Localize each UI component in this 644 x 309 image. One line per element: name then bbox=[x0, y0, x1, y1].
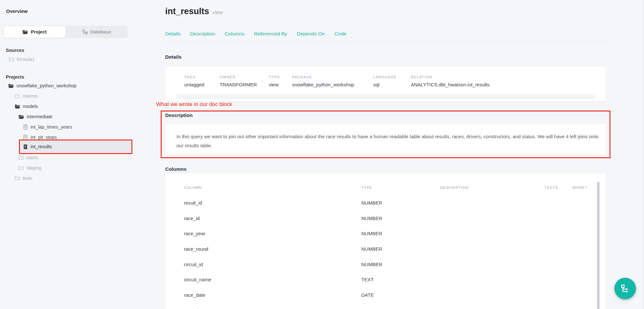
project-toggle-label: Project bbox=[31, 29, 47, 34]
details-card: TAGS untagged OWNER TRANSFORMER TYPE vie… bbox=[165, 66, 606, 101]
document-icon bbox=[23, 124, 28, 130]
sidebar-item-snowflake-python-workshop[interactable]: snowflake_python_workshop bbox=[8, 81, 76, 91]
column-header-type: TYPE bbox=[361, 186, 372, 189]
tab-depends-on[interactable]: Depends On bbox=[297, 31, 325, 37]
column-header-more: MORE? bbox=[573, 186, 587, 189]
description-text: In this query we want to join out other … bbox=[176, 132, 599, 150]
folder-open-icon bbox=[14, 104, 20, 109]
table-row-race-date[interactable]: race_date DATE bbox=[165, 287, 606, 303]
sidebar: Overview Project Database Sources formul… bbox=[0, 0, 138, 309]
main-content: int_resultsview Details Description Colu… bbox=[165, 0, 606, 309]
database-toggle-button[interactable]: Database bbox=[66, 26, 128, 38]
overview-title: Overview bbox=[6, 8, 28, 14]
page-title: int_resultsview bbox=[165, 6, 223, 16]
tab-bar: Details Description Columns Referenced B… bbox=[165, 31, 346, 37]
table-row-race-time[interactable]: race_time TIME bbox=[165, 303, 606, 309]
document-icon bbox=[23, 135, 28, 140]
folder-closed-icon bbox=[14, 176, 20, 180]
project-toggle-button[interactable]: Project bbox=[3, 26, 66, 38]
table-scrollbar[interactable] bbox=[597, 182, 600, 309]
sidebar-item-formula1[interactable]: formula1 bbox=[9, 54, 35, 64]
sources-section-label: Sources bbox=[6, 48, 24, 53]
tab-referenced-by[interactable]: Referenced By bbox=[254, 31, 287, 37]
column-header-tests: TESTS bbox=[545, 186, 558, 189]
window-scrollbar[interactable] bbox=[642, 0, 644, 309]
sidebar-item-macros[interactable]: macros bbox=[14, 91, 38, 101]
tab-columns[interactable]: Columns bbox=[225, 31, 244, 37]
description-card: In this query we want to join out other … bbox=[165, 124, 606, 155]
columns-card: COLUMN TYPE DESCRIPTION TESTS MORE? resu… bbox=[165, 173, 606, 309]
projects-section-label: Projects bbox=[6, 74, 24, 80]
sidebar-item-models[interactable]: models bbox=[14, 101, 38, 111]
sidebar-item-tests[interactable]: tests bbox=[14, 173, 33, 183]
model-type-badge: view bbox=[213, 10, 223, 15]
document-solid-icon bbox=[23, 144, 28, 150]
columns-heading: Columns bbox=[165, 166, 186, 172]
folder-closed-icon bbox=[18, 155, 24, 160]
table-row-result-id[interactable]: result_id NUMBER bbox=[165, 195, 606, 210]
database-toggle-label: Database bbox=[90, 29, 111, 34]
tab-code[interactable]: Code bbox=[335, 31, 346, 37]
details-heading: Details bbox=[165, 54, 182, 60]
folder-closed-icon bbox=[14, 94, 20, 98]
table-row-race-year[interactable]: race_year NUMBER bbox=[165, 226, 606, 241]
tab-description[interactable]: Description bbox=[190, 31, 215, 37]
folder-closed-icon bbox=[9, 57, 14, 62]
sidebar-item-int-results[interactable]: int_results bbox=[20, 141, 131, 152]
column-header-column: COLUMN bbox=[184, 186, 202, 189]
folder-icon bbox=[22, 30, 28, 34]
divider bbox=[165, 42, 606, 42]
description-heading: Description bbox=[165, 112, 193, 118]
columns-table-body: result_id NUMBER race_id NUMBER race_yea… bbox=[165, 195, 606, 309]
model-name: int_results bbox=[165, 6, 209, 16]
sidebar-item-staging[interactable]: staging bbox=[18, 163, 42, 173]
table-row-race-id[interactable]: race_id NUMBER bbox=[165, 210, 606, 226]
view-toggle: Project Database bbox=[3, 26, 128, 38]
annotation-label: What we wrote in our doc block bbox=[156, 101, 232, 108]
folder-open-icon bbox=[8, 83, 14, 88]
table-row-circuit-name[interactable]: circuit_name TEXT bbox=[165, 272, 606, 287]
folder-closed-icon bbox=[18, 166, 24, 170]
database-tree-icon bbox=[82, 29, 88, 34]
table-row-circuit-id[interactable]: circuit_id NUMBER bbox=[165, 256, 606, 272]
lineage-graph-icon bbox=[620, 284, 630, 294]
sidebar-item-marts[interactable]: marts bbox=[18, 152, 38, 163]
sidebar-item-int-lap-times-years[interactable]: int_lap_times_years bbox=[23, 122, 72, 132]
folder-open-icon bbox=[18, 114, 24, 119]
lineage-graph-button[interactable] bbox=[614, 278, 636, 299]
tab-details[interactable]: Details bbox=[165, 31, 180, 37]
collapsed-stats-strip bbox=[176, 94, 595, 99]
column-header-description: DESCRIPTION bbox=[440, 186, 469, 189]
sidebar-item-intermediate[interactable]: intermediate bbox=[18, 111, 52, 122]
table-row-race-round[interactable]: race_round NUMBER bbox=[165, 241, 606, 256]
